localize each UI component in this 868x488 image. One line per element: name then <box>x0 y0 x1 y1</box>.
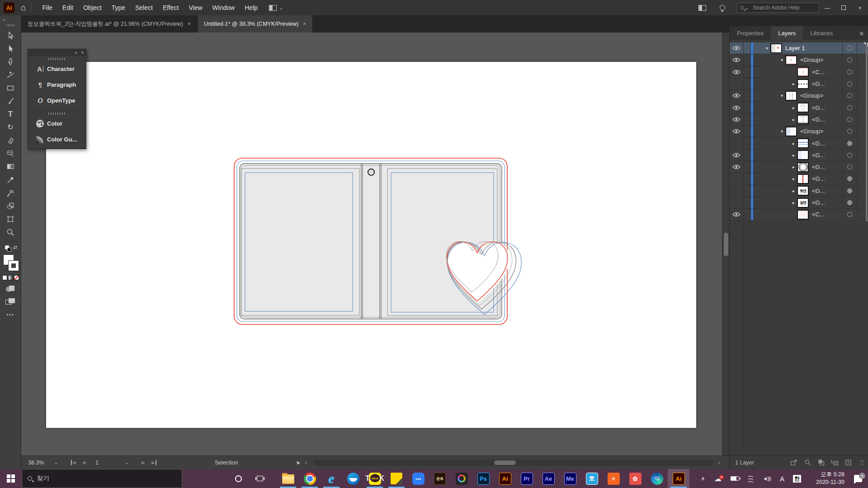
volume-icon[interactable]: ◄))) <box>759 476 775 481</box>
status-expand-icon[interactable]: ▶ <box>297 460 301 465</box>
panel-tab[interactable]: Libraries <box>803 26 840 40</box>
layer-row[interactable]: ▸ 앞면 <G... <box>730 197 868 209</box>
vertical-scrollbar[interactable] <box>722 33 729 455</box>
lock-toggle[interactable] <box>744 197 751 208</box>
discover-lightbulb-icon[interactable] <box>720 5 725 10</box>
visibility-toggle[interactable] <box>730 185 744 197</box>
artboard-number[interactable]: 1 <box>95 460 99 466</box>
menu-item[interactable]: File <box>37 4 57 11</box>
collect-for-export-icon[interactable] <box>787 459 801 466</box>
lock-toggle[interactable] <box>744 90 751 101</box>
target-circle-icon[interactable] <box>847 164 852 169</box>
target-circle-icon[interactable] <box>847 188 852 193</box>
layer-row[interactable]: ▸ <G... <box>730 114 868 126</box>
target-cell[interactable] <box>842 90 857 101</box>
file-explorer[interactable] <box>277 469 299 488</box>
layer-thumbnail[interactable]: 앞면 <box>797 198 809 208</box>
expand-chevron-icon[interactable]: ▾ <box>778 57 785 62</box>
document-tab[interactable]: 점보콜렉트북_2단-작업템플릿.ai* @ 21.96% (CMYK/Previ… <box>21 15 198 33</box>
layer-row[interactable]: ▸ <G... <box>730 173 868 185</box>
layer-thumbnail[interactable] <box>785 127 797 136</box>
layer-thumbnail[interactable] <box>797 138 809 148</box>
visibility-toggle[interactable] <box>730 150 744 161</box>
layer-row[interactable]: <C... <box>730 209 868 221</box>
screen-mode-icon[interactable] <box>5 298 15 305</box>
minimize-button[interactable]: — <box>819 0 835 15</box>
color-gradient-none-control[interactable] <box>2 275 19 280</box>
kakaotalk[interactable]: TALK <box>364 469 386 488</box>
layer-label[interactable]: Layer 1 <box>785 45 805 52</box>
layer-thumbnail[interactable]: 뒷면 <box>797 186 809 196</box>
toolbar-grip[interactable] <box>6 24 14 26</box>
panel-button[interactable]: Character <box>28 61 86 77</box>
hancom-hwp[interactable]: 호 <box>581 469 603 488</box>
illustrator-logo-icon[interactable]: Ai <box>4 2 14 13</box>
layer-thumbnail[interactable] <box>797 114 809 124</box>
target-cell[interactable] <box>842 114 857 125</box>
lock-toggle[interactable] <box>744 102 751 113</box>
curvature-tool[interactable] <box>3 68 18 81</box>
document-tab[interactable]: Untitled-1* @ 38.3% (CMYK/Preview) × <box>198 15 313 33</box>
layer-row[interactable]: ▸ <G... <box>730 150 868 161</box>
battery-icon[interactable] <box>726 476 743 481</box>
layer-label[interactable]: <G... <box>812 175 825 182</box>
menu-item[interactable]: Window <box>208 4 240 11</box>
layer-row[interactable]: ▸ <G... <box>730 102 868 113</box>
layer-row[interactable]: <C... <box>730 66 868 78</box>
panel-button[interactable]: Paragraph <box>28 77 86 93</box>
layer-label[interactable]: <G... <box>812 80 825 87</box>
layer-thumbnail[interactable] <box>797 79 809 89</box>
task-view-button[interactable] <box>249 469 271 488</box>
expand-chevron-icon[interactable]: ▸ <box>790 176 797 181</box>
tray-expand-icon[interactable]: ∧ <box>696 475 710 482</box>
layer-label[interactable]: <C... <box>812 69 825 75</box>
layer-row[interactable]: ▾ <Group> <box>730 90 868 102</box>
book-template-artwork[interactable] <box>46 62 696 428</box>
rectangle-tool[interactable] <box>3 81 18 94</box>
panel-scrollbar-thumb[interactable] <box>866 42 868 221</box>
gradient-tool[interactable] <box>3 160 18 173</box>
panel-scrollbar[interactable] <box>866 42 868 221</box>
layer-row[interactable]: ▾ <Group> <box>730 126 868 137</box>
lock-toggle[interactable] <box>744 209 751 220</box>
visibility-toggle[interactable] <box>730 137 744 149</box>
internet-explorer[interactable]: e <box>321 469 342 488</box>
expand-chevron-icon[interactable]: ▸ <box>790 188 797 193</box>
target-circle-icon[interactable] <box>847 212 852 217</box>
target-cell[interactable] <box>842 137 857 149</box>
edit-toolbar-icon[interactable]: ••• <box>6 312 14 317</box>
menu-item[interactable]: Object <box>78 4 106 11</box>
target-cell[interactable] <box>842 197 857 208</box>
menu-item[interactable]: View <box>184 4 207 11</box>
arrange-documents-icon[interactable] <box>698 5 706 11</box>
chevron-down-icon[interactable]: ⌄ <box>279 5 283 11</box>
lock-toggle[interactable] <box>744 42 751 54</box>
layer-thumbnail[interactable] <box>797 150 809 160</box>
visibility-toggle[interactable] <box>730 173 744 184</box>
panel-tab[interactable]: Layers <box>771 26 803 40</box>
menu-item[interactable]: Edit <box>57 4 78 11</box>
target-cell[interactable] <box>842 66 857 78</box>
new-layer-icon[interactable] <box>841 459 855 466</box>
illustrator-active[interactable]: Ai <box>668 469 689 488</box>
layer-thumbnail[interactable] <box>770 43 782 53</box>
visibility-toggle[interactable] <box>730 114 744 125</box>
pdf-app[interactable]: ✿ <box>624 469 646 488</box>
home-icon[interactable]: ⌂ <box>21 3 26 13</box>
target-circle-icon[interactable] <box>847 176 852 181</box>
artboard[interactable] <box>46 62 696 428</box>
artboard-dropdown-icon[interactable]: ⌄ <box>125 460 129 465</box>
none-button[interactable] <box>14 275 19 280</box>
target-cell[interactable] <box>842 150 857 161</box>
expand-chevron-icon[interactable]: ▾ <box>778 93 785 98</box>
korean-ime-indicator[interactable]: 한 <box>789 475 805 483</box>
wifi-icon[interactable]: ((( <box>743 475 759 482</box>
expand-chevron-icon[interactable]: ▸ <box>790 117 797 122</box>
target-circle-icon[interactable] <box>847 129 852 134</box>
layer-label[interactable]: <G... <box>812 188 825 194</box>
layer-thumbnail[interactable] <box>797 162 809 172</box>
panel-tab[interactable]: Properties <box>730 26 771 40</box>
expand-chevron-icon[interactable]: ▾ <box>778 129 785 134</box>
direct-selection-tool[interactable] <box>3 42 18 55</box>
expand-panels-icon[interactable]: » <box>75 50 78 55</box>
